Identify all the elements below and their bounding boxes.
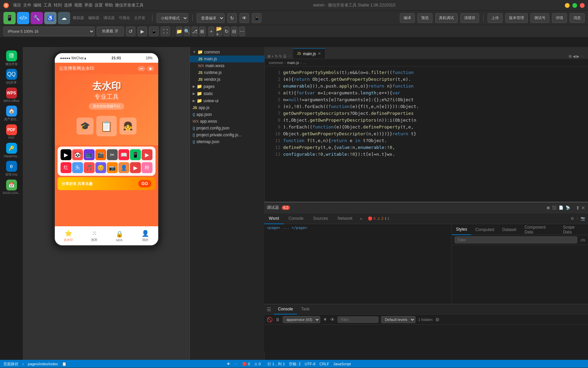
version-mgr-button[interactable]: 版本管理: [505, 13, 528, 23]
devtools-more-icon[interactable]: »: [357, 213, 365, 224]
close-button[interactable]: [580, 3, 585, 8]
refresh-tree-icon[interactable]: ↻: [224, 27, 230, 36]
file-main-js[interactable]: JS main.js: [190, 56, 264, 62]
styles-tab-computed[interactable]: Computed: [471, 224, 498, 235]
accessibility-icon[interactable]: ♿: [44, 12, 56, 24]
sidebar-item-wechat[interactable]: 微 微信开发: [3, 50, 20, 67]
msg-button[interactable]: 消息: [570, 13, 585, 23]
app-xhs[interactable]: 📖: [118, 149, 129, 160]
sidebar-item-qq[interactable]: QQ QQ乐享: [3, 68, 20, 85]
console-settings-icon[interactable]: ⚙: [435, 317, 440, 322]
clear-button[interactable]: 清缓存: [460, 13, 479, 23]
upload-button[interactable]: 上传: [488, 13, 503, 23]
play-icon[interactable]: ▶: [137, 27, 147, 36]
hotreload-toggle[interactable]: 热重载 开: [97, 27, 124, 36]
app-kuaishou[interactable]: ✂: [107, 149, 118, 160]
git-icon[interactable]: ⎇: [192, 27, 198, 36]
maximize-button[interactable]: [572, 3, 577, 8]
menu-界面[interactable]: 界面: [84, 2, 93, 8]
more-btn[interactable]: •••: [137, 66, 145, 71]
file-vendor-js[interactable]: JS vendor.js: [190, 76, 264, 83]
file-app-wxss[interactable]: WX app.wxss: [190, 118, 264, 125]
editor-icon[interactable]: </>: [17, 12, 29, 24]
console-tab-console[interactable]: Console: [274, 304, 297, 315]
styles-tab-scope[interactable]: Scope Data: [559, 224, 588, 235]
fullscreen-icon[interactable]: ⛶: [161, 27, 170, 36]
folder-uview[interactable]: ▶ 📁 uview-ui: [190, 97, 264, 104]
app-more2[interactable]: ▶: [142, 149, 152, 160]
rotate-icon[interactable]: ↺: [126, 27, 135, 36]
console-filter-input[interactable]: [338, 317, 378, 323]
eye-icon[interactable]: 👁: [240, 13, 249, 23]
device-select[interactable]: iPhone 5 100% 16: [3, 27, 95, 36]
app-pink[interactable]: 粉: [142, 162, 152, 173]
app-video2[interactable]: ▶: [130, 162, 141, 173]
menu-帮助[interactable]: 帮助: [105, 2, 113, 8]
devtools-tab-network[interactable]: Network: [333, 213, 357, 224]
menu-devtools[interactable]: 微信开发者工具: [115, 2, 144, 8]
menu-设置[interactable]: 设置: [95, 2, 103, 8]
more-icon[interactable]: ⋯: [239, 27, 245, 36]
file-app-js[interactable]: JS app.js: [190, 104, 264, 111]
cloud-icon[interactable]: ☁: [58, 12, 70, 24]
grid-icon[interactable]: ⊞: [199, 27, 205, 36]
app-toutiao[interactable]: 头: [72, 162, 83, 173]
styles-tab-dataset[interactable]: Dataset: [498, 224, 520, 235]
pause-icon[interactable]: ⏸: [275, 317, 280, 322]
file-sitemap[interactable]: {} sitemap.json: [190, 138, 264, 145]
app-panda[interactable]: 🐼: [72, 149, 83, 160]
collapse-icon[interactable]: ⊟: [231, 27, 237, 36]
add-folder-icon[interactable]: 📂+: [216, 27, 222, 36]
devtools-expand-icon[interactable]: ⬆: [576, 205, 580, 211]
console-icon-btn[interactable]: ☰: [267, 307, 271, 312]
console-icon[interactable]: ⬛: [552, 205, 557, 210]
compile-button[interactable]: 编译: [400, 13, 415, 23]
network-icon[interactable]: 📡: [566, 205, 570, 210]
tab-close-icon[interactable]: ✕: [318, 51, 321, 56]
phone-tab-watermark[interactable]: ⭐ 去水印: [64, 230, 73, 242]
visibility-icon[interactable]: 👁: [227, 362, 230, 366]
preview-button[interactable]: 预览: [418, 13, 432, 23]
menu-项目[interactable]: 项目: [13, 2, 21, 8]
devtools-tab-console[interactable]: Console: [284, 213, 308, 224]
more-status-icon[interactable]: ⋯: [234, 362, 238, 366]
file-project-config[interactable]: {} project.config.json: [190, 125, 264, 132]
sidebar-item-pdf[interactable]: PDF PDF: [3, 123, 20, 140]
clear-console-icon[interactable]: 🚫: [267, 317, 273, 322]
file-runtime-js[interactable]: JS runtime.js: [190, 69, 264, 76]
app-more1[interactable]: 📱: [130, 149, 141, 160]
real-machine-button[interactable]: 真机调试: [435, 13, 458, 23]
screenshot-icon[interactable]: 📷: [581, 216, 585, 221]
folder-static[interactable]: ▶ 📁 static: [190, 90, 264, 97]
sidebar-item-house[interactable]: 🏠 房产居住...: [3, 105, 20, 122]
menu-选择[interactable]: 选择: [64, 2, 72, 8]
sidebar-item-alipay[interactable]: 🔑 AlipayKey...: [3, 142, 20, 159]
phone-tab-md5[interactable]: 🔒 MD5: [116, 230, 123, 242]
app-tiktok[interactable]: ▶: [61, 149, 71, 160]
phone-tab-recommend[interactable]: ⁙ 推荐: [91, 230, 97, 242]
styles-tab-component[interactable]: Component Data: [520, 224, 559, 235]
file-app-json[interactable]: {} app.json: [190, 111, 264, 118]
devtools-tab-wxml[interactable]: Wxml: [264, 213, 284, 224]
devtools-tab-sources[interactable]: Sources: [308, 213, 333, 224]
compile-select[interactable]: 普通编译: [197, 13, 225, 23]
refresh-icon[interactable]: ↻: [227, 13, 237, 23]
app-avatar[interactable]: 👤: [118, 162, 129, 173]
console-tab-task[interactable]: Task: [297, 304, 314, 315]
styles-tab-styles[interactable]: Styles: [452, 224, 471, 235]
add-file-icon[interactable]: +: [208, 27, 214, 36]
page-path[interactable]: pages/index/index: [28, 362, 58, 366]
sidebar-item-date[interactable]: 📅 2022/11/04...: [3, 179, 20, 196]
folder-pages[interactable]: ▶ 📁 pages: [190, 83, 264, 90]
menu-转到[interactable]: 转到: [54, 2, 62, 8]
test-button[interactable]: 测试号: [530, 13, 549, 23]
app-music[interactable]: 🎵: [84, 162, 95, 173]
record-btn[interactable]: ⏺: [147, 66, 154, 71]
sources-icon[interactable]: 📄: [559, 205, 564, 210]
debug-icon[interactable]: 🔧: [31, 12, 43, 24]
copy-icon[interactable]: 📋: [62, 362, 67, 366]
file-main-wxss[interactable]: WX main.wxss: [190, 62, 264, 69]
app-face[interactable]: 😊: [95, 162, 106, 173]
phone-tab-mine[interactable]: 👤 我的: [142, 230, 149, 242]
go-button[interactable]: GO: [138, 180, 151, 187]
